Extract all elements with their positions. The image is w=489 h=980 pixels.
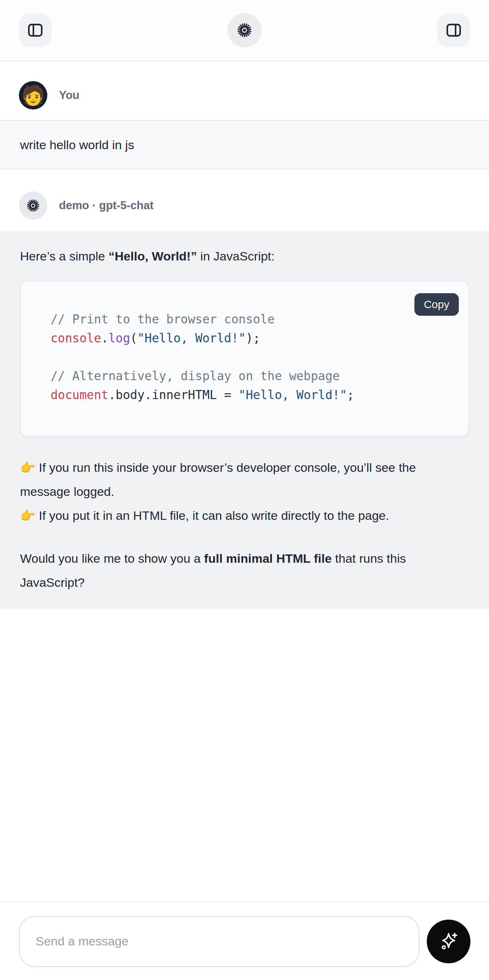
- code-line: console.log("Hello, World!");: [51, 329, 454, 348]
- send-button[interactable]: [427, 920, 470, 963]
- copy-code-button[interactable]: Copy: [414, 293, 459, 316]
- intro-bold: “Hello, World!”: [108, 249, 197, 263]
- panel-left-icon: [26, 21, 45, 39]
- starburst-logo-icon: [236, 21, 253, 39]
- assistant-author-row: demo · gpt-5-chat: [0, 191, 489, 220]
- top-bar: [0, 0, 489, 61]
- composer-bar: [0, 902, 489, 980]
- user-avatar: 🧑: [19, 81, 47, 110]
- intro-prefix: Here’s a simple: [20, 249, 108, 263]
- chat-empty-area: [0, 609, 489, 902]
- closing-bold: full minimal HTML file: [204, 552, 332, 565]
- user-message: write hello world in js: [0, 120, 489, 170]
- user-avatar-emoji: 🧑: [21, 86, 45, 105]
- code-content: // Print to the browser consoleconsole.l…: [51, 310, 454, 404]
- chat-app: 🧑 You write hello world in js: [0, 0, 489, 980]
- code-line: document.body.innerHTML = "Hello, World!…: [51, 386, 454, 404]
- assistant-paragraph-1: 👉 If you run this inside your browser’s …: [20, 455, 469, 503]
- assistant-closing-question: Would you like me to show you a full min…: [20, 546, 469, 594]
- closing-prefix: Would you like me to show you a: [20, 552, 204, 565]
- right-panel-toggle-button[interactable]: [437, 13, 470, 47]
- user-author-name: You: [59, 89, 79, 102]
- logo-button[interactable]: [228, 13, 261, 47]
- starburst-avatar-icon: [25, 198, 41, 213]
- message-input[interactable]: [19, 916, 419, 967]
- intro-suffix: in JavaScript:: [197, 249, 275, 263]
- assistant-message: Here’s a simple “Hello, World!” in JavaS…: [0, 231, 489, 609]
- code-line: // Print to the browser console: [51, 310, 454, 329]
- user-author-row: 🧑 You: [0, 81, 489, 110]
- code-line: [51, 348, 454, 367]
- panel-right-icon: [444, 21, 463, 39]
- assistant-paragraph-2: 👉 If you put it in an HTML file, it can …: [20, 503, 469, 527]
- user-message-text: write hello world in js: [20, 138, 134, 152]
- sparkle-icon: [437, 930, 460, 953]
- assistant-author-name: demo · gpt-5-chat: [59, 199, 153, 212]
- assistant-avatar: [19, 191, 47, 220]
- assistant-intro: Here’s a simple “Hello, World!” in JavaS…: [20, 248, 469, 264]
- code-line: // Alternatively, display on the webpage: [51, 367, 454, 386]
- code-block: Copy // Print to the browser consolecons…: [20, 281, 469, 436]
- sidebar-toggle-button[interactable]: [19, 13, 52, 47]
- assistant-tips: 👉 If you run this inside your browser’s …: [20, 455, 469, 527]
